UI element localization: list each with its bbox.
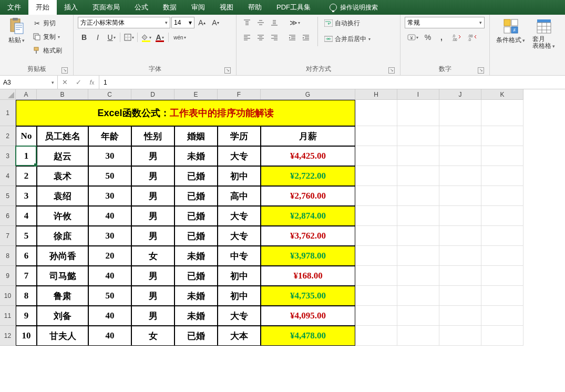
format-as-table-button[interactable]: 套月 表格格 [530,17,557,50]
confirm-entry-button[interactable]: ✓ [71,78,85,86]
clipboard-launcher[interactable]: ↘ [61,67,68,74]
fill-color-button[interactable]: ▾ [140,32,152,43]
row-head-5[interactable]: 5 [0,186,16,206]
merge-center-button[interactable]: 合并后居中 ▾ [323,33,372,45]
cell-name-0[interactable]: 赵云 [37,146,88,166]
cell-age-1[interactable]: 50 [88,166,131,186]
cell-no-7[interactable]: 8 [16,286,37,306]
col-head-C[interactable]: C [88,89,131,100]
font-name-combo[interactable]: 方正小标宋简体 ▾ [78,17,170,28]
cell-age-6[interactable]: 40 [88,266,131,286]
cut-button[interactable]: ✂ 剪切 [32,17,63,29]
decrease-indent-button[interactable] [286,32,299,43]
col-head-H[interactable]: H [355,89,397,100]
cell-edu-7[interactable]: 初中 [218,286,261,306]
accounting-format-button[interactable]: ¥▾ [405,32,420,43]
menu-tab-0[interactable]: 文件 [0,0,28,15]
cell-salary-2[interactable]: ¥2,760.00 [261,186,355,206]
cell-no-4[interactable]: 5 [16,226,37,246]
cell-name-6[interactable]: 司马懿 [37,266,88,286]
number-format-combo[interactable]: 常规 ▾ [405,17,485,28]
cell-salary-8[interactable]: ¥4,095.00 [261,306,355,326]
cell-edu-9[interactable]: 大本 [218,326,261,346]
cell-salary-4[interactable]: ¥3,762.00 [261,226,355,246]
cell-salary-1[interactable]: ¥2,722.00 [261,166,355,186]
menu-tab-6[interactable]: 审阅 [184,0,212,15]
row-head-1[interactable]: 1 [0,100,16,126]
align-left-button[interactable] [241,32,253,43]
cell-no-5[interactable]: 6 [16,246,37,266]
cell-edu-5[interactable]: 中专 [218,246,261,266]
font-launcher[interactable]: ↘ [224,67,231,74]
cell-marry-2[interactable]: 已婚 [174,186,218,206]
col-head-F[interactable]: F [218,89,261,100]
cell-marry-4[interactable]: 已婚 [174,226,218,246]
menu-tab-2[interactable]: 插入 [57,0,85,15]
cell-age-8[interactable]: 40 [88,306,131,326]
cell-edu-1[interactable]: 初中 [218,166,261,186]
cell-sex-8[interactable]: 男 [131,306,174,326]
cell-age-2[interactable]: 30 [88,186,131,206]
cancel-entry-button[interactable]: ✕ [58,78,71,86]
menu-tab-4[interactable]: 公式 [127,0,156,15]
align-right-button[interactable] [268,32,281,43]
formula-input[interactable]: 1 [99,76,565,89]
align-middle-button[interactable] [254,17,267,28]
font-size-combo[interactable]: 14 ▾ [171,17,194,28]
bold-button[interactable]: B [78,32,90,43]
increase-indent-button[interactable] [300,32,312,43]
increase-decimal-button[interactable]: .0.00 [449,32,464,43]
col-head-J[interactable]: J [439,89,481,100]
cell-name-9[interactable]: 甘夫人 [37,326,88,346]
header-cell-0[interactable]: No [16,126,37,146]
cell-salary-5[interactable]: ¥3,978.00 [261,246,355,266]
row-head-2[interactable]: 2 [0,126,16,146]
cell-marry-3[interactable]: 已婚 [174,206,218,226]
decrease-decimal-button[interactable]: .00.0 [465,32,479,43]
cell-name-2[interactable]: 袁绍 [37,186,88,206]
row-head-11[interactable]: 11 [0,306,16,326]
cell-sex-9[interactable]: 女 [131,326,174,346]
cell-sex-2[interactable]: 男 [131,186,174,206]
percent-button[interactable]: % [422,32,434,43]
cell-edu-2[interactable]: 高中 [218,186,261,206]
menu-tab-3[interactable]: 页面布局 [85,0,127,15]
cell-marry-1[interactable]: 已婚 [174,166,218,186]
col-head-G[interactable]: G [261,89,355,100]
row-head-4[interactable]: 4 [0,166,16,186]
col-head-E[interactable]: E [174,89,218,100]
cell-sex-6[interactable]: 男 [131,266,174,286]
cell-no-8[interactable]: 9 [16,306,37,326]
cell-sex-4[interactable]: 男 [131,226,174,246]
select-all-corner[interactable] [0,89,16,100]
cell-name-5[interactable]: 孙尚香 [37,246,88,266]
increase-font-button[interactable]: A▴ [196,17,208,28]
cell-sex-0[interactable]: 男 [131,146,174,166]
row-head-8[interactable]: 8 [0,246,16,266]
cell-marry-6[interactable]: 已婚 [174,266,218,286]
row-head-3[interactable]: 3 [0,146,16,166]
cell-age-4[interactable]: 30 [88,226,131,246]
cell-edu-6[interactable]: 初中 [218,266,261,286]
cell-age-7[interactable]: 50 [88,286,131,306]
insert-function-button[interactable]: fx [85,78,99,86]
conditional-formatting-button[interactable]: ≠ 条件格式 [494,17,527,50]
cell-sex-1[interactable]: 男 [131,166,174,186]
cell-no-6[interactable]: 7 [16,266,37,286]
copy-button[interactable]: 复制 ▾ [32,30,63,43]
comma-button[interactable]: , [435,32,448,43]
cell-salary-9[interactable]: ¥4,478.00 [261,326,355,346]
cell-age-5[interactable]: 20 [88,246,131,266]
cell-no-2[interactable]: 3 [16,186,37,206]
menu-tab-7[interactable]: 视图 [212,0,241,15]
cell-edu-0[interactable]: 大专 [218,146,261,166]
col-head-D[interactable]: D [131,89,174,100]
cell-no-9[interactable]: 10 [16,326,37,346]
cell-age-9[interactable]: 40 [88,326,131,346]
align-center-button[interactable] [254,32,267,43]
cell-salary-7[interactable]: ¥4,735.00 [261,286,355,306]
cell-age-3[interactable]: 40 [88,206,131,226]
cell-name-3[interactable]: 许攸 [37,206,88,226]
col-head-K[interactable]: K [481,89,523,100]
format-painter-button[interactable]: 格式刷 [32,44,63,57]
